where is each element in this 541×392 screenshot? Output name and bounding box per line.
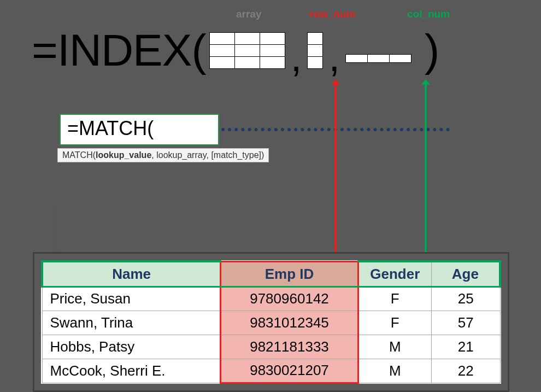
cell-gender: F	[358, 286, 431, 311]
formula-prefix: =INDEX(	[32, 25, 206, 76]
cell-gender: M	[358, 359, 431, 383]
cell-age: 57	[431, 311, 500, 335]
cell-name: Price, Susan	[42, 286, 221, 311]
header-gender: Gender	[358, 261, 431, 286]
table-row: McCook, Sherri E. 9830021207 M 22	[42, 359, 500, 383]
label-row-num: row_num	[309, 8, 355, 20]
comma-1: ,	[289, 34, 304, 80]
cell-age: 22	[431, 359, 500, 383]
data-table-wrapper: Name Emp ID Gender Age Price, Susan 9780…	[33, 252, 509, 392]
cell-age: 21	[431, 335, 500, 359]
cell-gender: F	[358, 311, 431, 335]
svg-marker-6	[331, 79, 340, 85]
arrow-row-num	[330, 79, 342, 262]
header-emp-id: Emp ID	[221, 261, 358, 286]
arrow-array-elbow	[47, 164, 255, 260]
cell-emp: 9821181333	[221, 335, 358, 359]
svg-marker-9	[421, 79, 430, 85]
table-row: Price, Susan 9780960142 F 25	[42, 286, 500, 311]
label-col-num: col_num	[407, 8, 450, 20]
cell-name: Hobbs, Patsy	[42, 335, 221, 359]
label-array: array	[236, 8, 262, 20]
match-tooltip: MATCH(lookup_value, lookup_array, [match…	[57, 148, 269, 162]
col-num-grid-icon	[345, 54, 411, 63]
table-row: Hobbs, Patsy 9821181333 M 21	[42, 335, 500, 359]
index-formula: =INDEX( , , )	[32, 25, 439, 76]
cell-emp: 9780960142	[221, 286, 358, 311]
match-formula-cell: =MATCH(	[60, 114, 219, 145]
employee-table: Name Emp ID Gender Age Price, Susan 9780…	[41, 260, 501, 384]
arrow-col-num	[420, 79, 432, 262]
cell-emp: 9830021207	[221, 359, 358, 383]
comma-2: ,	[326, 34, 342, 80]
arrow-array-up	[244, 79, 254, 116]
header-name: Name	[42, 261, 221, 286]
cell-age: 25	[431, 286, 500, 311]
formula-close: )	[425, 25, 439, 76]
svg-marker-4	[246, 164, 252, 169]
cell-name: Swann, Trina	[42, 311, 221, 335]
cell-gender: M	[358, 335, 431, 359]
table-header-row: Name Emp ID Gender Age	[42, 261, 500, 286]
cell-name: McCook, Sherri E.	[42, 359, 221, 383]
header-age: Age	[431, 261, 500, 286]
cell-emp: 9831012345	[221, 311, 358, 335]
table-row: Swann, Trina 9831012345 F 57	[42, 311, 500, 335]
row-num-grid-icon	[307, 32, 323, 69]
array-grid-icon	[209, 32, 285, 69]
